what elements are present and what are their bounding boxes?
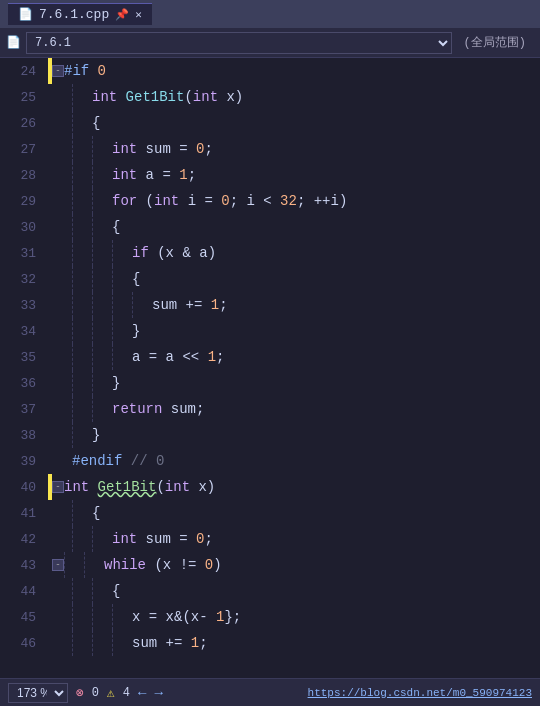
indent-guide	[72, 318, 92, 344]
line-number: 31	[0, 246, 48, 261]
token: 0	[221, 193, 229, 209]
file-tab[interactable]: 📄 7.6.1.cpp 📌 ✕	[8, 3, 152, 25]
code-tokens: #endif // 0	[72, 448, 164, 474]
function-dropdown[interactable]: 7.6.1	[26, 32, 452, 54]
token: return	[112, 401, 171, 417]
fold-button[interactable]: -	[52, 65, 64, 77]
token: }	[132, 323, 140, 339]
indent-guide	[92, 318, 112, 344]
token: Get1Bit	[126, 89, 185, 105]
token: int	[193, 89, 227, 105]
token: a =	[146, 167, 180, 183]
fold-button[interactable]: -	[52, 481, 64, 493]
code-tokens: {	[92, 500, 100, 526]
nav-back-button[interactable]: ←	[138, 685, 146, 701]
token: ; i <	[230, 193, 280, 209]
nav-forward-button[interactable]: →	[154, 685, 162, 701]
line-number: 34	[0, 324, 48, 339]
token: {	[132, 271, 140, 287]
code-tokens: {	[112, 214, 120, 240]
token: int	[92, 89, 126, 105]
line-number: 36	[0, 376, 48, 391]
scope-label: (全局范围)	[456, 34, 534, 51]
indent-guide	[72, 214, 92, 240]
code-line-34: 34}	[0, 318, 540, 344]
token: ;	[219, 297, 227, 313]
line-number: 46	[0, 636, 48, 651]
token: while	[104, 557, 154, 573]
indent-guide	[92, 344, 112, 370]
csdn-url[interactable]: https://blog.csdn.net/m0_590974123	[308, 687, 532, 699]
code-line-30: 30{	[0, 214, 540, 240]
code-line-35: 35a = a << 1;	[0, 344, 540, 370]
indent-guide	[112, 318, 132, 344]
indent-guide	[112, 240, 132, 266]
code-line-27: 27int sum = 0;	[0, 136, 540, 162]
indent-guide	[72, 292, 92, 318]
token: 1	[211, 297, 219, 313]
code-tokens: sum += 1;	[132, 630, 208, 656]
indent-guide	[72, 266, 92, 292]
line-number: 40	[0, 480, 48, 495]
token: (	[146, 193, 154, 209]
token: ;	[204, 141, 212, 157]
indent-guide	[92, 136, 112, 162]
code-line-32: 32{	[0, 266, 540, 292]
token: // 0	[131, 453, 165, 469]
token: (	[156, 479, 164, 495]
line-number: 26	[0, 116, 48, 131]
line-number: 25	[0, 90, 48, 105]
line-number: 43	[0, 558, 48, 573]
indent-guide	[72, 162, 92, 188]
line-number: 45	[0, 610, 48, 625]
token: }	[112, 375, 120, 391]
line-number: 35	[0, 350, 48, 365]
token: (x !=	[154, 557, 204, 573]
token: {	[92, 115, 100, 131]
code-line-36: 36}	[0, 370, 540, 396]
code-line-31: 31if (x & a)	[0, 240, 540, 266]
line-number: 32	[0, 272, 48, 287]
line-number: 44	[0, 584, 48, 599]
indent-guide	[132, 292, 152, 318]
token: int	[154, 193, 188, 209]
fold-button[interactable]: -	[52, 559, 64, 571]
token: i =	[188, 193, 222, 209]
token: int	[64, 479, 98, 495]
token: 1	[179, 167, 187, 183]
indent-guide	[72, 188, 92, 214]
token: 1	[208, 349, 216, 365]
code-line-41: 41{	[0, 500, 540, 526]
indent-guide	[92, 604, 112, 630]
tab-close-button[interactable]: ✕	[135, 8, 142, 21]
code-line-38: 38}	[0, 422, 540, 448]
indent-guide	[64, 552, 84, 578]
indent-guide	[92, 578, 112, 604]
line-number: 38	[0, 428, 48, 443]
indent-guide	[92, 526, 112, 552]
code-line-40: 40-int Get1Bit(int x)	[0, 474, 540, 500]
token: x = x&(x-	[132, 609, 216, 625]
zoom-select[interactable]: 173 %	[8, 683, 68, 703]
token: }	[92, 427, 100, 443]
token: ;	[204, 531, 212, 547]
token: ;	[216, 349, 224, 365]
indent-guide	[72, 84, 92, 110]
code-line-39: 39#endif // 0	[0, 448, 540, 474]
warning-count: 4	[123, 686, 130, 700]
code-tokens: {	[112, 578, 120, 604]
code-tokens: for (int i = 0; i < 32; ++i)	[112, 188, 347, 214]
tab-pin[interactable]: 📌	[115, 8, 129, 21]
indent-guide	[72, 604, 92, 630]
code-tokens: sum += 1;	[152, 292, 228, 318]
token: for	[112, 193, 146, 209]
indent-guide	[112, 630, 132, 656]
indent-guide	[72, 500, 92, 526]
file-icon: 📄	[18, 7, 33, 22]
token: #if	[64, 63, 98, 79]
token: a = a <<	[132, 349, 208, 365]
token: ;	[199, 635, 207, 651]
indent-guide	[112, 292, 132, 318]
code-tokens: }	[112, 370, 120, 396]
token: if	[132, 245, 157, 261]
